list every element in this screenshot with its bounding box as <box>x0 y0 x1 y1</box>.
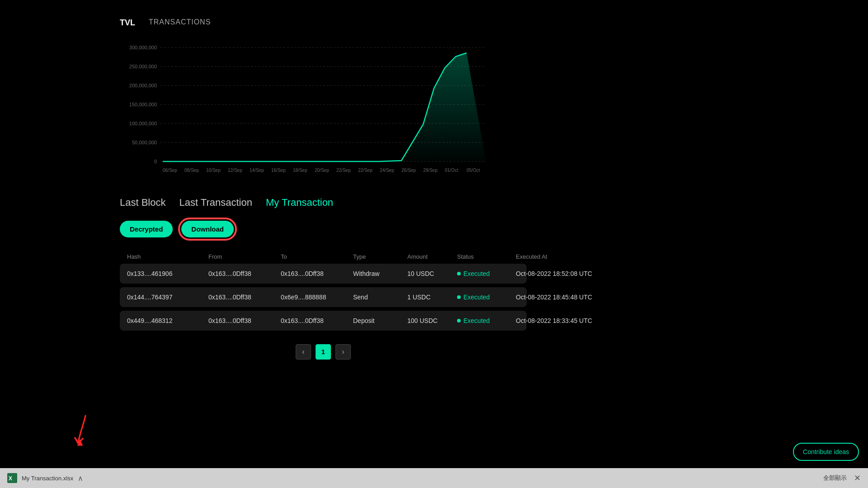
cell-amount: 1 USDC <box>407 294 457 301</box>
cell-hash: 0x144....764397 <box>127 294 208 301</box>
svg-text:24/Sep: 24/Sep <box>380 168 394 173</box>
cell-amount: 100 USDC <box>407 317 457 324</box>
cell-amount: 10 USDC <box>407 270 457 277</box>
download-button[interactable]: Download <box>181 221 234 237</box>
tvl-chart: 300,000,000 250,000,000 200,000,000 150,… <box>120 38 491 183</box>
status-dot-icon <box>457 295 461 299</box>
svg-text:0: 0 <box>154 159 157 164</box>
show-all-label[interactable]: 全部顯示 <box>823 474 847 482</box>
cell-executed-at: Oct-08-2022 18:45:48 UTC <box>516 294 606 301</box>
svg-text:50,000,000: 50,000,000 <box>132 140 157 145</box>
col-to: To <box>281 253 353 260</box>
svg-text:20/Sep: 20/Sep <box>315 168 329 173</box>
svg-text:05/Oct: 05/Oct <box>467 168 480 173</box>
cell-hash: 0x133....461906 <box>127 270 208 277</box>
tab-transactions[interactable]: TRANSACTIONS <box>149 18 211 29</box>
svg-text:14/Sep: 14/Sep <box>250 168 264 173</box>
cell-status: Executed <box>457 294 516 301</box>
table-row[interactable]: 0x144....764397 0x163....0Dff38 0x6e9...… <box>120 287 527 307</box>
cell-to: 0x163....0Dff38 <box>281 317 353 324</box>
table-row[interactable]: 0x449....468312 0x163....0Dff38 0x163...… <box>120 311 527 331</box>
tab-tvl[interactable]: TVL <box>120 18 135 29</box>
col-from: From <box>208 253 281 260</box>
cell-from: 0x163....0Dff38 <box>208 270 281 277</box>
cell-from: 0x163....0Dff38 <box>208 294 281 301</box>
pagination: ‹ 1 › <box>120 344 527 360</box>
col-executed-at: Executed At <box>516 253 606 260</box>
svg-text:10/Sep: 10/Sep <box>206 168 221 173</box>
cell-hash: 0x449....468312 <box>127 317 208 324</box>
tab-last-transaction[interactable]: Last Transaction <box>179 197 252 208</box>
excel-file-icon: X <box>7 473 17 483</box>
expand-icon[interactable]: ∧ <box>78 474 83 483</box>
svg-text:01/Oct: 01/Oct <box>445 168 458 173</box>
download-bar-right: 全部顯示 ✕ <box>823 473 861 483</box>
cell-executed-at: Oct-08-2022 18:33:45 UTC <box>516 317 606 324</box>
col-type: Type <box>353 253 407 260</box>
svg-text:250,000,000: 250,000,000 <box>129 64 157 69</box>
tab-my-transaction[interactable]: My Transaction <box>266 197 333 208</box>
svg-text:12/Sep: 12/Sep <box>228 168 242 173</box>
cell-type: Send <box>353 294 407 301</box>
pagination-next[interactable]: › <box>335 344 351 360</box>
svg-text:29/Sep: 29/Sep <box>423 168 438 173</box>
contribute-ideas-button[interactable]: Contribute ideas <box>793 443 859 461</box>
svg-text:08/Sep: 08/Sep <box>184 168 199 173</box>
col-status: Status <box>457 253 516 260</box>
svg-text:06/Sep: 06/Sep <box>163 168 177 173</box>
cell-to: 0x6e9....888888 <box>281 294 353 301</box>
cell-from: 0x163....0Dff38 <box>208 317 281 324</box>
cell-status: Executed <box>457 270 516 277</box>
cell-to: 0x163....0Dff38 <box>281 270 353 277</box>
download-filename: My Transaction.xlsx <box>22 475 73 482</box>
cell-executed-at: Oct-08-2022 18:52:08 UTC <box>516 270 606 277</box>
svg-text:X: X <box>9 475 12 482</box>
decrypted-button[interactable]: Decrypted <box>120 221 173 237</box>
tab-last-block[interactable]: Last Block <box>120 197 166 208</box>
table-row[interactable]: 0x133....461906 0x163....0Dff38 0x163...… <box>120 264 527 284</box>
svg-text:100,000,000: 100,000,000 <box>129 121 157 126</box>
download-bar-left: X My Transaction.xlsx ∧ <box>7 473 83 483</box>
transaction-table: Hash From To Type Amount Status Executed… <box>120 250 527 331</box>
arrow-indicator <box>70 414 97 452</box>
cell-type: Deposit <box>353 317 407 324</box>
svg-text:150,000,000: 150,000,000 <box>129 102 157 107</box>
status-dot-icon <box>457 319 461 322</box>
cell-status: Executed <box>457 317 516 324</box>
col-amount: Amount <box>407 253 457 260</box>
svg-text:26/Sep: 26/Sep <box>401 168 416 173</box>
cell-type: Withdraw <box>353 270 407 277</box>
section-tabs: Last Block Last Transaction My Transacti… <box>120 197 542 208</box>
close-download-bar-button[interactable]: ✕ <box>854 473 861 483</box>
col-hash: Hash <box>127 253 208 260</box>
svg-text:300,000,000: 300,000,000 <box>129 45 157 50</box>
table-header: Hash From To Type Amount Status Executed… <box>120 250 527 264</box>
svg-text:18/Sep: 18/Sep <box>293 168 307 173</box>
pagination-prev[interactable]: ‹ <box>296 344 311 360</box>
download-bar: X My Transaction.xlsx ∧ 全部顯示 ✕ <box>0 468 868 488</box>
pagination-page-1[interactable]: 1 <box>316 344 331 360</box>
status-dot-icon <box>457 272 461 275</box>
svg-text:16/Sep: 16/Sep <box>271 168 286 173</box>
svg-text:22/Sep: 22/Sep <box>336 168 351 173</box>
top-tabs: TVL TRANSACTIONS <box>120 18 542 29</box>
svg-text:22/Sep: 22/Sep <box>358 168 373 173</box>
download-wrapper: Download <box>178 218 237 241</box>
action-buttons: Decrypted Download <box>120 218 542 241</box>
svg-text:200,000,000: 200,000,000 <box>129 83 157 88</box>
